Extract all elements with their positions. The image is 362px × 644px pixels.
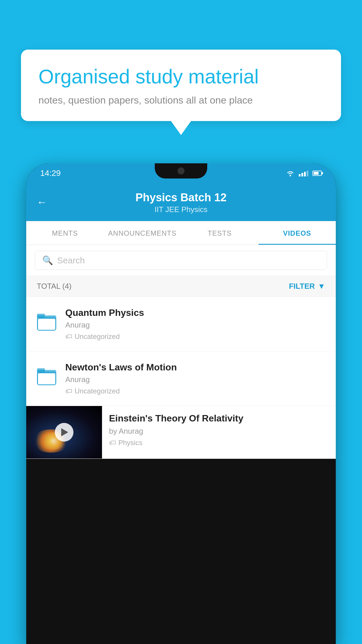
tag-icon: 🏷 (109, 439, 116, 447)
list-item[interactable]: Einstein's Theory Of Relativity by Anura… (26, 406, 336, 459)
tab-announcements[interactable]: ANNOUNCEMENTS (104, 221, 181, 245)
notch-camera (178, 167, 184, 174)
status-time: 14:29 (40, 169, 61, 178)
item-tag: 🏷 Uncategorized (65, 387, 327, 395)
bubble-title: Organised study material (38, 65, 324, 89)
header-subtitle: IIT JEE Physics (38, 205, 324, 214)
item-title: Newton's Laws of Motion (65, 362, 327, 373)
item-author: by Anurag (109, 427, 327, 436)
wifi-icon (286, 170, 295, 176)
item-tag: 🏷 Physics (109, 439, 327, 447)
filter-icon: ▼ (318, 282, 325, 291)
svg-rect-4 (38, 318, 56, 330)
speech-bubble: Organised study material notes, question… (21, 50, 341, 121)
list-item[interactable]: Newton's Laws of Motion Anurag 🏷 Uncateg… (26, 351, 336, 406)
header-title: Physics Batch 12 (38, 191, 324, 204)
app-header: ← Physics Batch 12 IIT JEE Physics (26, 183, 336, 221)
search-container: 🔍 Search (26, 245, 336, 276)
bubble-subtitle: notes, question papers, solutions all at… (38, 94, 324, 106)
item-info: Quantum Physics Anurag 🏷 Uncategorized (65, 307, 327, 341)
tag-icon: 🏷 (65, 387, 72, 395)
status-icons (286, 170, 322, 176)
signal-icon (299, 170, 308, 176)
list-item[interactable]: Quantum Physics Anurag 🏷 Uncategorized (26, 297, 336, 351)
folder-icon-container (35, 309, 58, 335)
tag-label: Uncategorized (75, 332, 120, 341)
item-tag: 🏷 Uncategorized (65, 332, 327, 341)
item-info: Einstein's Theory Of Relativity by Anura… (102, 406, 327, 454)
filter-label: FILTER (289, 282, 315, 291)
search-input[interactable]: Search (57, 256, 320, 265)
notch (155, 163, 207, 178)
item-info: Newton's Laws of Motion Anurag 🏷 Uncateg… (65, 362, 327, 395)
play-button[interactable] (55, 423, 73, 442)
item-title: Einstein's Theory Of Relativity (109, 413, 327, 424)
folder-icon (36, 366, 57, 386)
phone-frame: 14:29 ← Physics Batch 12 (26, 163, 336, 644)
item-author: Anurag (65, 321, 327, 330)
total-label: TOTAL (4) (37, 282, 71, 291)
play-triangle-icon (61, 428, 68, 436)
filter-button[interactable]: FILTER ▼ (289, 282, 325, 291)
item-author: Anurag (65, 375, 327, 384)
tag-label: Physics (118, 439, 143, 447)
item-title: Quantum Physics (65, 307, 327, 318)
status-bar: 14:29 (26, 163, 336, 183)
filter-row: TOTAL (4) FILTER ▼ (26, 276, 336, 297)
svg-point-0 (290, 175, 291, 176)
tag-label: Uncategorized (75, 387, 120, 395)
svg-rect-2 (37, 314, 45, 318)
back-button[interactable]: ← (37, 196, 47, 208)
tab-videos[interactable]: VIDEOS (259, 221, 336, 245)
content-area: Quantum Physics Anurag 🏷 Uncategorized (26, 297, 336, 459)
tab-bar: MENTS ANNOUNCEMENTS TESTS VIDEOS (26, 221, 336, 245)
folder-icon-container (35, 363, 58, 389)
tab-ments[interactable]: MENTS (26, 221, 104, 245)
search-bar[interactable]: 🔍 Search (35, 251, 327, 270)
folder-icon (36, 312, 57, 332)
svg-rect-6 (37, 368, 45, 372)
thumbnail-container (26, 406, 102, 459)
search-icon: 🔍 (42, 255, 53, 265)
tag-icon: 🏷 (65, 332, 72, 341)
tab-tests[interactable]: TESTS (181, 221, 259, 245)
svg-rect-8 (38, 373, 56, 385)
battery-icon (312, 171, 322, 176)
